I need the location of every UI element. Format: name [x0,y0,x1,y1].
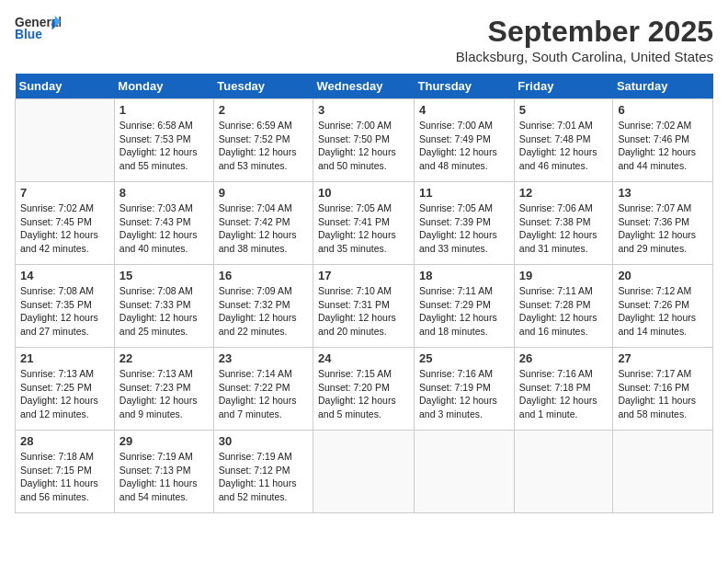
day-info: Sunrise: 7:05 AM Sunset: 7:39 PM Dayligh… [419,201,509,256]
calendar-cell: 4Sunrise: 7:00 AM Sunset: 7:49 PM Daylig… [415,99,515,182]
page-header: General Blue September 2025 Blacksburg, … [15,15,713,64]
calendar-cell: 3Sunrise: 7:00 AM Sunset: 7:50 PM Daylig… [313,99,415,182]
calendar-cell: 21Sunrise: 7:13 AM Sunset: 7:25 PM Dayli… [16,348,115,431]
day-info: Sunrise: 7:11 AM Sunset: 7:28 PM Dayligh… [519,284,609,339]
day-number: 26 [519,351,609,365]
calendar-table: SundayMondayTuesdayWednesdayThursdayFrid… [15,74,713,513]
week-row-1: 1Sunrise: 6:58 AM Sunset: 7:53 PM Daylig… [16,99,713,182]
day-number: 15 [119,269,209,282]
calendar-cell [16,99,115,182]
day-number: 1 [119,103,209,117]
weekday-header: SundayMondayTuesdayWednesdayThursdayFrid… [16,74,713,99]
day-number: 2 [219,103,308,117]
day-number: 24 [318,351,409,365]
calendar-body: 1Sunrise: 6:58 AM Sunset: 7:53 PM Daylig… [16,99,713,513]
day-info: Sunrise: 7:11 AM Sunset: 7:29 PM Dayligh… [419,284,509,339]
day-number: 9 [219,186,308,200]
weekday-saturday: Saturday [613,74,713,99]
calendar-cell: 28Sunrise: 7:18 AM Sunset: 7:15 PM Dayli… [16,431,115,513]
day-info: Sunrise: 7:17 AM Sunset: 7:16 PM Dayligh… [618,367,708,421]
calendar-cell: 12Sunrise: 7:06 AM Sunset: 7:38 PM Dayli… [514,182,613,265]
day-info: Sunrise: 7:08 AM Sunset: 7:33 PM Dayligh… [119,284,209,339]
calendar-cell: 1Sunrise: 6:58 AM Sunset: 7:53 PM Daylig… [114,99,213,182]
day-number: 3 [318,103,409,117]
weekday-thursday: Thursday [415,74,515,99]
calendar-cell [613,431,713,513]
calendar-cell: 25Sunrise: 7:16 AM Sunset: 7:19 PM Dayli… [415,348,515,431]
calendar-cell: 19Sunrise: 7:11 AM Sunset: 7:28 PM Dayli… [514,265,613,348]
day-number: 23 [219,351,308,365]
calendar-cell: 5Sunrise: 7:01 AM Sunset: 7:48 PM Daylig… [514,99,613,182]
calendar-cell: 13Sunrise: 7:07 AM Sunset: 7:36 PM Dayli… [613,182,713,265]
day-number: 4 [419,103,509,117]
week-row-3: 14Sunrise: 7:08 AM Sunset: 7:35 PM Dayli… [16,265,713,348]
day-number: 25 [419,351,509,365]
calendar-cell: 22Sunrise: 7:13 AM Sunset: 7:23 PM Dayli… [114,348,213,431]
day-info: Sunrise: 7:19 AM Sunset: 7:12 PM Dayligh… [219,450,308,504]
day-info: Sunrise: 7:00 AM Sunset: 7:50 PM Dayligh… [318,119,409,173]
day-info: Sunrise: 7:05 AM Sunset: 7:41 PM Dayligh… [318,201,409,256]
day-info: Sunrise: 7:19 AM Sunset: 7:13 PM Dayligh… [119,450,209,504]
day-info: Sunrise: 7:00 AM Sunset: 7:49 PM Dayligh… [419,119,509,173]
calendar-cell [514,431,613,513]
day-info: Sunrise: 7:18 AM Sunset: 7:15 PM Dayligh… [20,450,109,504]
day-number: 13 [618,186,708,200]
logo-icon: General Blue [15,15,61,42]
day-info: Sunrise: 7:02 AM Sunset: 7:45 PM Dayligh… [20,201,109,256]
day-info: Sunrise: 7:16 AM Sunset: 7:18 PM Dayligh… [519,367,609,421]
calendar-cell: 8Sunrise: 7:03 AM Sunset: 7:43 PM Daylig… [114,182,213,265]
day-info: Sunrise: 7:12 AM Sunset: 7:26 PM Dayligh… [618,284,708,339]
day-number: 19 [519,269,609,282]
day-info: Sunrise: 7:13 AM Sunset: 7:25 PM Dayligh… [20,367,109,421]
day-info: Sunrise: 7:02 AM Sunset: 7:46 PM Dayligh… [618,119,708,173]
day-number: 22 [119,351,209,365]
calendar-cell: 26Sunrise: 7:16 AM Sunset: 7:18 PM Dayli… [514,348,613,431]
svg-text:Blue: Blue [15,28,42,41]
week-row-4: 21Sunrise: 7:13 AM Sunset: 7:25 PM Dayli… [16,348,713,431]
day-number: 7 [20,186,109,200]
calendar-cell: 2Sunrise: 6:59 AM Sunset: 7:52 PM Daylig… [213,99,313,182]
day-info: Sunrise: 7:03 AM Sunset: 7:43 PM Dayligh… [119,201,209,256]
day-info: Sunrise: 7:14 AM Sunset: 7:22 PM Dayligh… [219,367,308,421]
day-info: Sunrise: 7:01 AM Sunset: 7:48 PM Dayligh… [519,119,609,173]
day-number: 5 [519,103,609,117]
calendar-cell: 10Sunrise: 7:05 AM Sunset: 7:41 PM Dayli… [313,182,415,265]
week-row-2: 7Sunrise: 7:02 AM Sunset: 7:45 PM Daylig… [16,182,713,265]
calendar-cell: 23Sunrise: 7:14 AM Sunset: 7:22 PM Dayli… [213,348,313,431]
day-info: Sunrise: 7:04 AM Sunset: 7:42 PM Dayligh… [219,201,308,256]
day-info: Sunrise: 7:08 AM Sunset: 7:35 PM Dayligh… [20,284,109,339]
calendar-cell: 11Sunrise: 7:05 AM Sunset: 7:39 PM Dayli… [415,182,515,265]
day-number: 21 [20,351,109,365]
calendar-cell: 17Sunrise: 7:10 AM Sunset: 7:31 PM Dayli… [313,265,415,348]
weekday-monday: Monday [114,74,213,99]
day-number: 10 [318,186,409,200]
day-info: Sunrise: 7:15 AM Sunset: 7:20 PM Dayligh… [318,367,409,421]
weekday-wednesday: Wednesday [313,74,415,99]
calendar-cell: 18Sunrise: 7:11 AM Sunset: 7:29 PM Dayli… [415,265,515,348]
day-info: Sunrise: 7:06 AM Sunset: 7:38 PM Dayligh… [519,201,609,256]
day-number: 14 [20,269,109,282]
logo: General Blue [15,15,61,42]
calendar-cell: 14Sunrise: 7:08 AM Sunset: 7:35 PM Dayli… [16,265,115,348]
day-number: 16 [219,269,308,282]
calendar-cell: 15Sunrise: 7:08 AM Sunset: 7:33 PM Dayli… [114,265,213,348]
month-title: September 2025 [456,15,713,49]
day-info: Sunrise: 7:07 AM Sunset: 7:36 PM Dayligh… [618,201,708,256]
calendar-cell: 6Sunrise: 7:02 AM Sunset: 7:46 PM Daylig… [613,99,713,182]
day-info: Sunrise: 6:58 AM Sunset: 7:53 PM Dayligh… [119,119,209,173]
day-number: 20 [618,269,708,282]
day-info: Sunrise: 7:10 AM Sunset: 7:31 PM Dayligh… [318,284,409,339]
day-number: 27 [618,351,708,365]
day-info: Sunrise: 7:09 AM Sunset: 7:32 PM Dayligh… [219,284,308,339]
day-number: 17 [318,269,409,282]
calendar-cell [415,431,515,513]
day-number: 30 [219,434,308,448]
weekday-sunday: Sunday [16,74,115,99]
day-info: Sunrise: 7:13 AM Sunset: 7:23 PM Dayligh… [119,367,209,421]
location: Blacksburg, South Carolina, United State… [456,49,713,64]
calendar-cell: 30Sunrise: 7:19 AM Sunset: 7:12 PM Dayli… [213,431,313,513]
day-number: 28 [20,434,109,448]
day-info: Sunrise: 6:59 AM Sunset: 7:52 PM Dayligh… [219,119,308,173]
week-row-5: 28Sunrise: 7:18 AM Sunset: 7:15 PM Dayli… [16,431,713,513]
calendar-cell: 7Sunrise: 7:02 AM Sunset: 7:45 PM Daylig… [16,182,115,265]
